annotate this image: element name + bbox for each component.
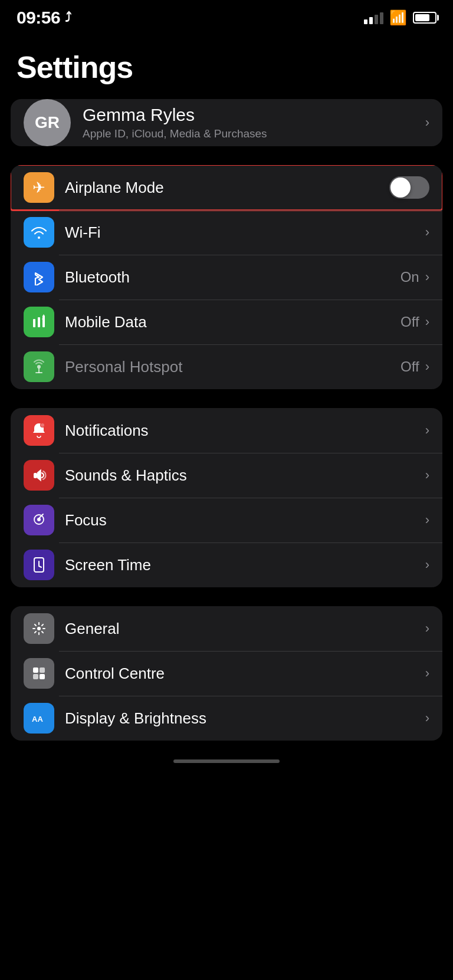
general-chevron: ›	[425, 621, 429, 636]
sounds-haptics-chevron: ›	[425, 468, 429, 483]
screen-time-chevron: ›	[425, 557, 429, 573]
system-settings-card: Notifications › Sounds & Haptics › Focus…	[11, 408, 442, 587]
mobile-data-chevron: ›	[425, 314, 429, 330]
display-brightness-label: Display & Brightness	[65, 709, 425, 728]
notifications-chevron: ›	[425, 423, 429, 438]
wifi-icon-row	[24, 217, 54, 248]
general-row[interactable]: General ›	[11, 606, 442, 651]
location-icon: ⤴	[65, 10, 71, 25]
focus-icon	[24, 505, 54, 535]
avatar: GR	[24, 99, 71, 146]
profile-card: GR Gemma Ryles Apple ID, iCloud, Media &…	[11, 99, 442, 146]
svg-point-10	[37, 627, 41, 630]
toggle-thumb	[390, 177, 411, 198]
focus-row[interactable]: Focus ›	[11, 498, 442, 542]
profile-chevron: ›	[425, 115, 429, 130]
time-display: 09:56	[17, 8, 60, 28]
profile-info: Gemma Ryles Apple ID, iCloud, Media & Pu…	[83, 105, 413, 140]
svg-rect-0	[33, 319, 35, 327]
control-centre-label: Control Centre	[65, 665, 425, 683]
wifi-chevron: ›	[425, 225, 429, 240]
bluetooth-chevron: ›	[425, 269, 429, 285]
svg-rect-14	[40, 674, 45, 679]
focus-label: Focus	[65, 511, 425, 530]
page-title: Settings	[0, 32, 453, 99]
wifi-icon: 📶	[389, 9, 407, 26]
mobile-data-value: Off	[401, 314, 419, 330]
profile-row[interactable]: GR Gemma Ryles Apple ID, iCloud, Media &…	[11, 99, 442, 146]
personal-hotspot-row[interactable]: Personal Hotspot Off ›	[11, 344, 442, 389]
battery-fill	[415, 14, 429, 21]
general-settings-card: General › Control Centre › AA Display & …	[11, 606, 442, 741]
personal-hotspot-chevron: ›	[425, 359, 429, 374]
mobile-data-label: Mobile Data	[65, 313, 401, 331]
sounds-haptics-icon	[24, 460, 54, 491]
wifi-label: Wi-Fi	[65, 223, 419, 242]
svg-rect-13	[33, 674, 38, 679]
screen-time-icon	[24, 550, 54, 580]
svg-point-5	[41, 423, 44, 427]
airplane-mode-label: Airplane Mode	[65, 179, 383, 197]
sounds-haptics-label: Sounds & Haptics	[65, 466, 425, 485]
bluetooth-icon	[24, 262, 54, 292]
sounds-haptics-row[interactable]: Sounds & Haptics ›	[11, 453, 442, 498]
bluetooth-value: On	[401, 269, 419, 285]
svg-line-9	[39, 566, 41, 567]
personal-hotspot-label: Personal Hotspot	[65, 358, 401, 376]
airplane-mode-row[interactable]: ✈ Airplane Mode	[11, 165, 442, 210]
mobile-data-icon	[24, 307, 54, 337]
airplane-mode-toggle[interactable]	[389, 176, 429, 199]
personal-hotspot-icon	[24, 351, 54, 382]
notifications-label: Notifications	[65, 422, 425, 440]
svg-rect-12	[40, 667, 45, 673]
screen-time-label: Screen Time	[65, 556, 425, 574]
screen-time-row[interactable]: Screen Time ›	[11, 542, 442, 587]
control-centre-row[interactable]: Control Centre ›	[11, 651, 442, 696]
display-brightness-chevron: ›	[425, 711, 429, 726]
airplane-mode-icon: ✈	[24, 172, 54, 203]
profile-name: Gemma Ryles	[83, 105, 413, 125]
display-brightness-row[interactable]: AA Display & Brightness ›	[11, 696, 442, 741]
signal-strength	[364, 11, 383, 24]
svg-rect-6	[34, 473, 37, 478]
status-icons: 📶	[364, 9, 436, 26]
control-centre-chevron: ›	[425, 666, 429, 681]
notifications-row[interactable]: Notifications ›	[11, 408, 442, 453]
home-indicator	[173, 759, 280, 763]
status-time: 09:56 ⤴	[17, 8, 71, 28]
svg-text:AA: AA	[32, 715, 43, 723]
display-brightness-icon: AA	[24, 703, 54, 734]
bluetooth-row[interactable]: Bluetooth On ›	[11, 255, 442, 300]
control-centre-icon	[24, 658, 54, 689]
general-icon	[24, 613, 54, 644]
status-bar: 09:56 ⤴ 📶	[0, 0, 453, 32]
profile-subtitle: Apple ID, iCloud, Media & Purchases	[83, 127, 413, 140]
connectivity-card: ✈ Airplane Mode Wi-Fi › Bluetooth On ›	[11, 165, 442, 389]
notifications-icon	[24, 415, 54, 446]
general-label: General	[65, 620, 425, 638]
personal-hotspot-value: Off	[401, 359, 419, 375]
svg-rect-11	[33, 667, 38, 673]
battery-icon	[413, 12, 436, 24]
bluetooth-label: Bluetooth	[65, 268, 401, 287]
wifi-row[interactable]: Wi-Fi ›	[11, 210, 442, 255]
mobile-data-row[interactable]: Mobile Data Off ›	[11, 300, 442, 344]
focus-chevron: ›	[425, 512, 429, 528]
svg-rect-1	[38, 317, 40, 327]
